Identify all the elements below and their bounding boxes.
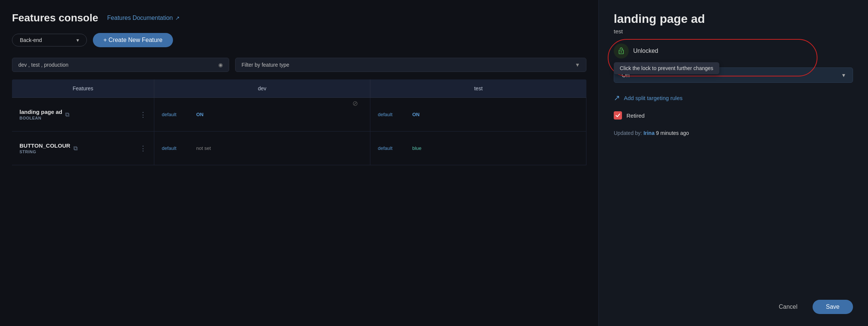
updated-by-row: Updated by: Irina 9 minutes ago xyxy=(614,130,853,136)
dev-env-row0: default ON xyxy=(162,110,362,119)
action-row: Cancel Save xyxy=(614,300,853,314)
more-options-icon[interactable]: ⋮ xyxy=(140,111,146,119)
checkmark-icon xyxy=(615,113,620,118)
test-default-label: default xyxy=(378,112,400,117)
table-body: landing page ad BOOLEAN ⧉ ⋮ ⊘ default ON xyxy=(12,98,586,165)
lock-tooltip: Click the lock to prevent further change… xyxy=(614,62,719,74)
cancel-button[interactable]: Cancel xyxy=(771,301,805,313)
dev-value-notset: not set xyxy=(196,145,211,151)
lock-button[interactable] xyxy=(614,43,629,58)
backend-dropdown-label: Back-end xyxy=(20,37,42,43)
external-link-icon: ↗ xyxy=(175,15,180,21)
add-split-targeting-rules[interactable]: ↗ Add split targeting rules xyxy=(614,93,853,102)
table-header: Features dev test xyxy=(12,79,586,98)
create-new-feature-button[interactable]: + Create New Feature xyxy=(93,33,173,47)
unlocked-status-label: Unlocked xyxy=(633,48,658,54)
lock-row: Unlocked Click the lock to prevent furth… xyxy=(614,43,853,58)
feature-name: BUTTON_COLOUR xyxy=(19,142,70,149)
table-row: landing page ad BOOLEAN ⧉ ⋮ ⊘ default ON xyxy=(12,98,586,132)
chevron-down-icon: ▾ xyxy=(76,37,79,43)
page-title: Features console xyxy=(12,12,98,24)
updated-by-name: Irina xyxy=(643,130,655,136)
feature-name-col: BUTTON_COLOUR STRING xyxy=(19,142,70,154)
filter-icon: ▼ xyxy=(575,62,580,68)
feature-name: landing page ad xyxy=(19,109,62,115)
dev-default-label: default xyxy=(162,112,184,117)
dev-env-row1: default not set xyxy=(162,144,362,153)
dev-env-cell-row1: default not set xyxy=(154,132,370,165)
test-env-cell-row0: default ON xyxy=(370,98,586,131)
docs-link-label: Features Documentation xyxy=(107,15,173,21)
split-icon: ↗ xyxy=(614,93,620,102)
col-test: test xyxy=(370,79,586,97)
type-filter-input[interactable]: Filter by feature type ▼ xyxy=(235,58,586,72)
test-env-cell-row1: default blue xyxy=(370,132,586,165)
feature-name-cell: BUTTON_COLOUR STRING ⧉ ⋮ xyxy=(12,132,154,165)
copy-icon[interactable]: ⧉ xyxy=(73,145,78,152)
test-env-row1: default blue xyxy=(378,144,579,153)
copy-icon[interactable]: ⧉ xyxy=(65,111,69,118)
more-options-icon[interactable]: ⋮ xyxy=(140,144,146,153)
toggle-chevron-icon[interactable]: ▾ xyxy=(842,72,845,79)
table-row: BUTTON_COLOUR STRING ⧉ ⋮ default not set xyxy=(12,132,586,165)
split-rules-label: Add split targeting rules xyxy=(624,95,683,101)
test-env-row0: default ON xyxy=(378,110,579,119)
feature-name-cell: landing page ad BOOLEAN ⧉ ⋮ xyxy=(12,98,154,131)
save-button[interactable]: Save xyxy=(813,300,853,314)
dev-env-cell-row0: ⊘ default ON xyxy=(154,98,370,131)
feature-detail-title: landing page ad xyxy=(614,12,853,26)
env-filter-value: dev , test , production xyxy=(18,62,69,68)
updated-time: 9 minutes ago xyxy=(656,130,689,136)
retired-row: Retired xyxy=(614,111,853,120)
eye-icon: ◉ xyxy=(218,62,223,68)
feature-type-badge: BOOLEAN xyxy=(19,116,62,120)
feature-name-col: landing page ad BOOLEAN xyxy=(19,109,62,120)
lock-section: Unlocked Click the lock to prevent furth… xyxy=(614,43,853,60)
create-btn-label: + Create New Feature xyxy=(103,37,163,43)
right-panel: landing page ad test Unlocked Click the … xyxy=(598,0,868,326)
lock-open-icon xyxy=(617,47,625,55)
type-filter-placeholder: Filter by feature type xyxy=(242,62,289,68)
env-filter-input[interactable]: dev , test , production ◉ xyxy=(12,58,229,72)
retired-label: Retired xyxy=(626,112,644,119)
feature-type-badge: STRING xyxy=(19,150,70,154)
test-value: ON xyxy=(412,112,420,117)
features-table: Features dev test landing page ad BOOLEA… xyxy=(12,79,586,326)
feature-detail-env: test xyxy=(614,28,853,34)
updated-by-prefix: Updated by: xyxy=(614,130,642,136)
backend-dropdown[interactable]: Back-end ▾ xyxy=(12,34,87,46)
test-default-label: default xyxy=(378,145,400,151)
docs-link[interactable]: Features Documentation ↗ xyxy=(107,15,179,21)
col-dev: dev xyxy=(154,79,370,97)
col-features: Features xyxy=(12,79,154,97)
disabled-circle-icon: ⊘ xyxy=(352,99,358,108)
dev-default-label: default xyxy=(162,145,184,151)
retired-checkbox[interactable] xyxy=(614,111,622,120)
test-value-blue: blue xyxy=(412,145,422,151)
dev-value: ON xyxy=(196,112,204,117)
